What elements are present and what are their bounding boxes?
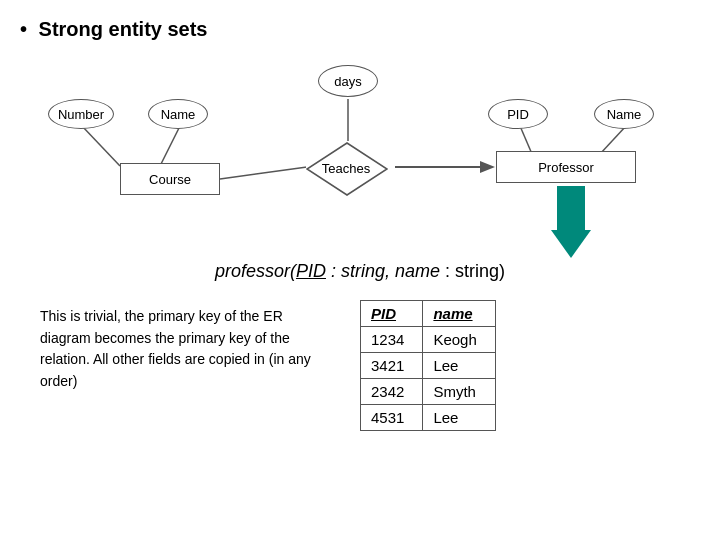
svg-line-2 [160,126,180,166]
er-diagram: days Number Name PID Name Course [20,51,700,251]
bullet: • [20,18,27,40]
svg-line-1 [82,126,120,166]
rect-professor: Professor [496,151,636,183]
col-pid-header: PID [361,301,423,327]
cell-pid: 3421 [361,353,423,379]
svg-line-6 [520,126,532,154]
oval-name-left: Name [148,99,208,129]
formula-text1: professor( [215,261,296,281]
oval-pid: PID [488,99,548,129]
svg-line-3 [220,167,307,179]
rect-course: Course [120,163,220,195]
cell-pid: 1234 [361,327,423,353]
table-row: 2342Smyth [361,379,496,405]
page-title: • Strong entity sets [20,18,700,41]
formula-text2: : string, [326,261,395,281]
data-table: PID name 1234Keogh3421Lee2342Smyth4531Le… [360,300,496,431]
cell-pid: 4531 [361,405,423,431]
bottom-section: This is trivial, the primary key of the … [20,300,700,431]
diamond-teaches: Teaches [305,141,387,195]
svg-marker-5 [480,161,495,173]
formula: professor(PID : string, name : string) [20,261,700,282]
svg-line-7 [600,126,626,154]
oval-name-right: Name [594,99,654,129]
diamond-label: Teaches [322,161,370,176]
teal-arrow [551,186,591,258]
table-row: 3421Lee [361,353,496,379]
col-name-header: name [423,301,495,327]
description-text: This is trivial, the primary key of the … [40,306,330,431]
cell-pid: 2342 [361,379,423,405]
oval-number: Number [48,99,114,129]
cell-name: Lee [423,353,495,379]
page: • Strong entity sets days [0,0,720,540]
table-row: 4531Lee [361,405,496,431]
cell-name: Smyth [423,379,495,405]
cell-name: Lee [423,405,495,431]
title-text: Strong entity sets [39,18,208,40]
formula-pid: PID [296,261,326,281]
table-header-row: PID name [361,301,496,327]
formula-name: name [395,261,440,281]
cell-name: Keogh [423,327,495,353]
formula-text3: : string) [440,261,505,281]
oval-days: days [318,65,378,97]
table-row: 1234Keogh [361,327,496,353]
